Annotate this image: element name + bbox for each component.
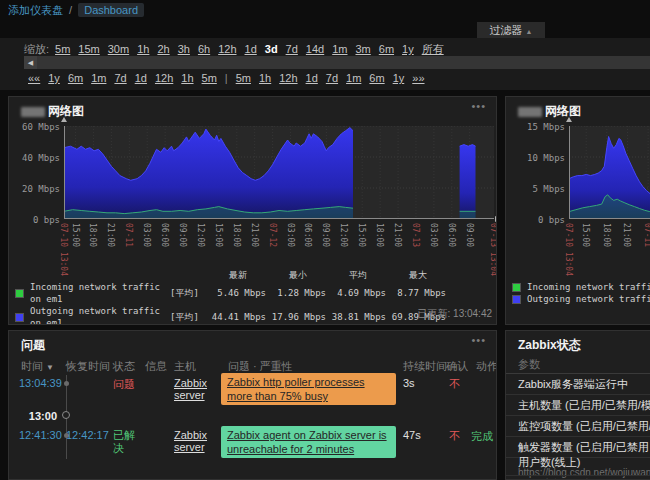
ack-link[interactable]: 不	[449, 429, 460, 444]
nav-back-7d[interactable]: 7d	[114, 72, 126, 84]
col-header-actions: 动作	[476, 359, 497, 374]
x-tick-label: 21:00	[622, 223, 631, 247]
x-tick-label: 15:00	[214, 223, 223, 247]
nav-back-5m[interactable]: 5m	[202, 72, 217, 84]
zoom-row: 缩放:5m15m30m1h2h3h6h12h1d3d7d14d1m3m6m1y所…	[24, 42, 448, 57]
nav-back-1m[interactable]: 1m	[91, 72, 106, 84]
x-tick-label: 18:00	[602, 223, 611, 247]
nav-forward-1y[interactable]: 1y	[393, 72, 405, 84]
legend-swatch	[512, 295, 521, 304]
time-filter-bar: 缩放:5m15m30m1h2h3h6h12h1d3d7d14d1m3m6m1y所…	[0, 38, 650, 90]
zoom-option-3h[interactable]: 3h	[178, 43, 190, 55]
breadcrumb-add-dashboard-link[interactable]: 添加仪表盘	[8, 4, 63, 16]
zoom-option-7d[interactable]: 7d	[286, 43, 298, 55]
problem-status: 已解决	[113, 429, 139, 455]
status-row: 监控项数量 (已启用/已禁用/不支持)	[506, 416, 650, 437]
zoom-option-6m[interactable]: 6m	[379, 43, 394, 55]
problem-severity-badge[interactable]: Zabbix agent on Zabbix server is unreach…	[221, 426, 396, 458]
zoom-option-14d[interactable]: 14d	[306, 43, 324, 55]
actions-done-link[interactable]: 完成	[471, 430, 493, 442]
legend-series-label: Outgoing network traffic on em1	[527, 293, 650, 305]
chevron-up-icon: ▲	[526, 28, 533, 35]
problems-menu-button[interactable]: •••	[471, 334, 486, 346]
problem-link[interactable]: Zabbix http poller processes more than 7…	[227, 376, 365, 402]
problem-link[interactable]: Zabbix agent on Zabbix server is unreach…	[227, 429, 387, 455]
recovery-time-link[interactable]: 12:42:17	[66, 429, 109, 441]
x-tick-label: 06:00	[447, 223, 456, 247]
col-header-host[interactable]: 主机	[174, 359, 196, 374]
network-graph-right[interactable]	[569, 126, 650, 219]
host-link[interactable]: Zabbix server	[174, 377, 218, 401]
x-tick-label: 07-10 13:04	[564, 223, 573, 276]
problem-time-link[interactable]: 12:41:30	[19, 429, 62, 441]
zoom-option-12h[interactable]: 12h	[218, 43, 236, 55]
nav-forward-1m[interactable]: 1m	[346, 72, 361, 84]
nav-prev-page[interactable]: ««	[28, 72, 40, 84]
col-header-recovery[interactable]: 恢复时间	[66, 359, 110, 374]
timeline-dot	[64, 381, 69, 386]
legend-min-value: 1.28 Mbps	[270, 287, 326, 299]
col-header-status[interactable]: 状态	[113, 359, 135, 374]
ack-link[interactable]: 不	[449, 377, 460, 392]
zabbix-status-panel: Zabbix状态 参数 Zabbix服务器端运行中主机数量 (已启用/已禁用/模…	[505, 330, 650, 480]
breadcrumb-current-dashboard[interactable]: Dashboard	[78, 3, 144, 17]
zoom-option-所有[interactable]: 所有	[422, 43, 444, 55]
nav-forward-5m[interactable]: 5m	[236, 72, 251, 84]
network-graph-left[interactable]	[64, 126, 494, 219]
zoom-option-15m[interactable]: 15m	[78, 43, 99, 55]
x-tick-label: 07-12	[268, 223, 277, 247]
time-scrollbar-track[interactable]: ◀	[24, 56, 650, 69]
nav-forward-1h[interactable]: 1h	[259, 72, 271, 84]
zoom-option-1m[interactable]: 1m	[332, 43, 347, 55]
graph-left-menu-button[interactable]: •••	[471, 100, 486, 112]
nav-back-1d[interactable]: 1d	[135, 72, 147, 84]
zoom-option-1h[interactable]: 1h	[137, 43, 149, 55]
x-tick-label: 15:00	[357, 223, 366, 247]
nav-back-12h[interactable]: 12h	[155, 72, 173, 84]
problem-time-link[interactable]: 13:04:39	[19, 377, 62, 389]
zoom-option-3m[interactable]: 3m	[356, 43, 371, 55]
zoom-option-30m[interactable]: 30m	[108, 43, 129, 55]
y-axis-arrow-icon	[61, 117, 67, 122]
scrollbar-left-arrow-button[interactable]: ◀	[24, 56, 37, 69]
nav-forward-7d[interactable]: 7d	[326, 72, 338, 84]
time-scrollbar-handle[interactable]	[37, 56, 650, 69]
actions-cell: 完成 2	[471, 429, 497, 444]
status-row: 主机数量 (已启用/已禁用/模板)	[506, 395, 650, 416]
zoom-option-1d[interactable]: 1d	[245, 43, 257, 55]
filter-tab-label: 过滤器	[490, 24, 523, 36]
x-tick-label: 03:00	[286, 223, 295, 247]
x-tick-label: 18:00	[232, 223, 241, 247]
host-cell: Zabbix server	[174, 377, 218, 401]
x-tick-label: 18:00	[375, 223, 384, 247]
nav-forward-6m[interactable]: 6m	[369, 72, 384, 84]
zoom-option-1y[interactable]: 1y	[402, 43, 414, 55]
nav-forward-12h[interactable]: 12h	[279, 72, 297, 84]
legend-swatch	[15, 313, 24, 322]
zoom-option-3d[interactable]: 3d	[265, 43, 278, 55]
col-header-problem-severity[interactable]: 问题 · 严重性	[228, 359, 293, 374]
duration-cell: 3s	[403, 377, 415, 389]
redacted-host-prefix	[21, 107, 45, 117]
filter-tab[interactable]: 过滤器 ▲	[477, 22, 545, 38]
zoom-option-6h[interactable]: 6h	[198, 43, 210, 55]
timeline-circle	[62, 411, 70, 419]
nav-back-6m[interactable]: 6m	[68, 72, 83, 84]
nav-next-page[interactable]: »»	[412, 72, 424, 84]
col-header-info: 信息	[145, 359, 167, 374]
problem-severity-badge[interactable]: Zabbix http poller processes more than 7…	[221, 373, 396, 405]
zoom-option-2h[interactable]: 2h	[157, 43, 169, 55]
nav-forward-1d[interactable]: 1d	[306, 72, 318, 84]
x-tick-label: 06:00	[303, 223, 312, 247]
host-link[interactable]: Zabbix server	[174, 429, 218, 453]
col-header-time[interactable]: 时间 ▼	[21, 359, 54, 374]
x-tick-label: 03:00	[429, 223, 438, 247]
last-updated-text: 已更新: 13:04:42	[418, 307, 492, 321]
x-tick-label: 07-11	[124, 223, 133, 247]
y-tick-label: 5 Mbps	[515, 184, 565, 194]
zoom-option-5m[interactable]: 5m	[55, 43, 70, 55]
legend-function-label: [平均]	[170, 287, 206, 299]
nav-back-1y[interactable]: 1y	[48, 72, 60, 84]
legend-stat-header: 最小	[270, 269, 326, 281]
nav-back-1h[interactable]: 1h	[181, 72, 193, 84]
